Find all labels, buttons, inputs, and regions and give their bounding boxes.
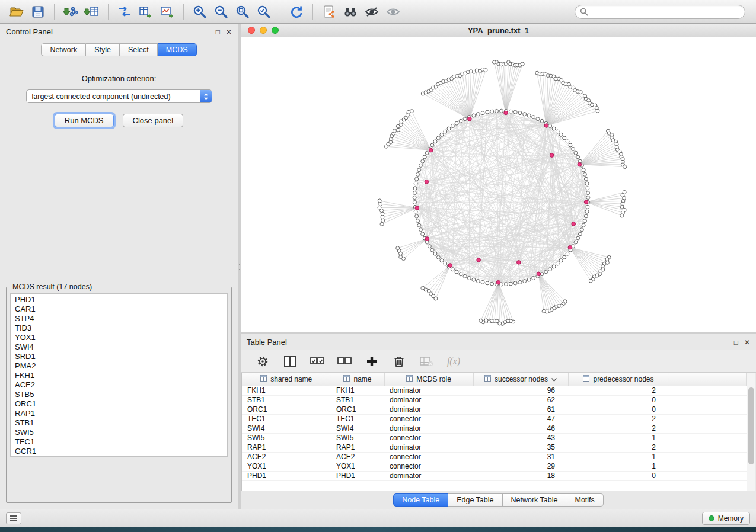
- table-settings-gear-icon[interactable]: [255, 354, 270, 369]
- zoom-fit-icon[interactable]: [232, 2, 253, 21]
- export-image-icon[interactable]: [157, 2, 178, 21]
- deselect-all-icon[interactable]: [337, 354, 352, 369]
- table-row[interactable]: TEC1TEC1connector472: [242, 414, 747, 424]
- table-panel-header: Table Panel □ ✕: [241, 334, 756, 350]
- table-row[interactable]: SWI5SWI5connector431: [242, 433, 747, 443]
- mcds-result-item[interactable]: GCR1: [15, 447, 227, 456]
- table-scrollbar[interactable]: [747, 373, 755, 491]
- run-mcds-button[interactable]: Run MCDS: [55, 114, 114, 127]
- show-panel-list-icon[interactable]: [6, 512, 21, 524]
- refresh-icon[interactable]: [286, 2, 307, 21]
- mcds-result-item[interactable]: ACE2: [15, 380, 227, 390]
- combo-stepper-icon[interactable]: [200, 90, 212, 102]
- zoom-selected-icon[interactable]: [253, 2, 275, 21]
- table-row[interactable]: SWI4SWI4dominator462: [242, 424, 747, 433]
- criterion-select[interactable]: largest connected component (undirected): [26, 89, 212, 103]
- column-header-MCDS-role[interactable]: MCDS role: [384, 373, 473, 386]
- search-input[interactable]: [588, 8, 740, 16]
- table-body: FKH1FKH1dominator962STB1STB1dominator620…: [242, 386, 747, 480]
- tab-mcds[interactable]: MCDS: [158, 43, 197, 56]
- mcds-result-item[interactable]: STP4: [15, 314, 227, 323]
- table-row[interactable]: STB1STB1dominator620: [242, 395, 747, 405]
- save-session-icon[interactable]: [27, 2, 49, 21]
- mcds-result-item[interactable]: YOX1: [15, 333, 227, 342]
- table-row[interactable]: YOX1YOX1connector291: [242, 462, 747, 471]
- table-cell: 31: [473, 452, 568, 462]
- close-panel-button[interactable]: Close panel: [123, 114, 184, 127]
- table-row[interactable]: ORC1ORC1dominator610: [242, 405, 747, 414]
- import-network-from-file-icon[interactable]: [60, 2, 81, 21]
- table-cell: dominator: [384, 471, 473, 480]
- network-canvas[interactable]: [241, 37, 756, 332]
- scrollbar-thumb[interactable]: [748, 387, 754, 464]
- column-header-successor-nodes[interactable]: successor nodes: [473, 373, 568, 386]
- table-row[interactable]: PHD1PHD1dominator180: [242, 471, 747, 480]
- mcds-result-item[interactable]: SWI5: [15, 428, 227, 437]
- toolbar-search: [575, 5, 745, 19]
- table-cell: PHD1: [331, 471, 384, 480]
- float-panel-icon[interactable]: □: [216, 28, 220, 36]
- table-row[interactable]: RAP1RAP1dominator352: [242, 443, 747, 452]
- mcds-result-item[interactable]: PMA2: [15, 361, 227, 371]
- delete-column-trash-icon[interactable]: [391, 354, 407, 369]
- control-panel-tabs: NetworkStyleSelectMCDS: [0, 43, 238, 56]
- mcds-result-item[interactable]: TID3: [15, 323, 227, 333]
- search-network-icon[interactable]: [340, 2, 361, 21]
- table-row[interactable]: FKH1FKH1dominator962: [242, 386, 747, 395]
- tab-motifs[interactable]: Motifs: [566, 493, 603, 507]
- mcds-result-item[interactable]: RAP1: [15, 409, 227, 418]
- mcds-result-item[interactable]: STB5: [15, 390, 227, 399]
- table-header-row[interactable]: shared namenameMCDS rolesuccessor nodesp…: [242, 373, 747, 386]
- select-all-icon[interactable]: [310, 354, 325, 369]
- open-session-icon[interactable]: [6, 2, 27, 21]
- column-header-name[interactable]: name: [331, 373, 384, 386]
- tab-network-table[interactable]: Network Table: [503, 493, 567, 507]
- close-panel-icon[interactable]: ✕: [226, 28, 232, 36]
- table-cell: dominator: [384, 405, 473, 414]
- network-titlebar: YPA_prune.txt_1: [241, 24, 756, 37]
- table-cell: ORC1: [331, 405, 384, 414]
- table-cell: 1: [568, 462, 669, 471]
- mcds-result-item[interactable]: ORC1: [15, 399, 227, 409]
- tab-style[interactable]: Style: [86, 43, 120, 56]
- table-cell: ACE2: [242, 452, 331, 462]
- table-cell: 0: [568, 395, 669, 405]
- close-panel-icon[interactable]: ✕: [744, 339, 750, 346]
- mcds-result-item[interactable]: SWI4: [15, 342, 227, 352]
- table-cell: SWI4: [242, 424, 331, 433]
- table-row[interactable]: ACE2ACE2connector311: [242, 452, 747, 462]
- table-cell: ORC1: [242, 405, 331, 414]
- mcds-result-item[interactable]: STB1: [15, 418, 227, 428]
- show-graphics-details-icon[interactable]: [382, 2, 404, 21]
- mcds-result-item[interactable]: TEC1: [15, 437, 227, 447]
- import-table-from-file-icon[interactable]: [81, 2, 103, 21]
- table-cell: connector: [384, 433, 473, 443]
- tab-network[interactable]: Network: [41, 43, 86, 56]
- tab-edge-table[interactable]: Edge Table: [448, 493, 502, 507]
- zoom-in-icon[interactable]: [189, 2, 210, 21]
- memory-label: Memory: [718, 514, 744, 523]
- mcds-result-title: MCDS result (17 nodes): [10, 283, 94, 291]
- mcds-result-item[interactable]: CAR1: [15, 305, 227, 314]
- mcds-result-item[interactable]: FKH1: [15, 371, 227, 380]
- zoom-out-icon[interactable]: [210, 2, 232, 21]
- table-cell: ACE2: [331, 452, 384, 462]
- network-window: YPA_prune.txt_1: [241, 24, 756, 332]
- memory-button[interactable]: Memory: [702, 512, 750, 525]
- float-panel-icon[interactable]: □: [734, 339, 738, 346]
- hide-graphics-details-icon[interactable]: [361, 2, 382, 21]
- share-document-icon[interactable]: [318, 2, 340, 21]
- export-table-icon[interactable]: [135, 2, 157, 21]
- show-columns-icon[interactable]: [282, 354, 298, 369]
- column-header-predecessor-nodes[interactable]: predecessor nodes: [568, 373, 669, 386]
- mcds-result-item[interactable]: PHD1: [15, 295, 227, 305]
- export-network-icon[interactable]: [114, 2, 135, 21]
- mcds-result-item[interactable]: SRD1: [15, 352, 227, 361]
- tab-node-table[interactable]: Node Table: [393, 493, 448, 507]
- column-header-shared-name[interactable]: shared name: [242, 373, 331, 386]
- tab-select[interactable]: Select: [120, 43, 158, 56]
- table-cell: 18: [473, 471, 568, 480]
- toolbar-separator: [54, 4, 55, 20]
- add-column-icon[interactable]: [364, 354, 379, 369]
- table-cell: 61: [473, 405, 568, 414]
